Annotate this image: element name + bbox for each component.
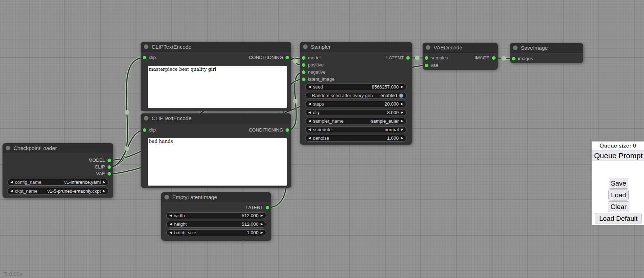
- widget-label: seed: [313, 84, 323, 90]
- output-label: MODEL: [89, 157, 105, 164]
- increment-arrow-icon[interactable]: ▶: [401, 109, 403, 116]
- increment-arrow-icon[interactable]: ▶: [401, 126, 403, 133]
- input-port-latent-image[interactable]: [302, 77, 305, 81]
- node-titlebar[interactable]: EmptyLatentImage: [161, 192, 271, 202]
- decrement-arrow-icon[interactable]: ◀: [308, 101, 311, 107]
- increment-arrow-icon[interactable]: ▶: [103, 179, 105, 186]
- increment-arrow-icon[interactable]: ▶: [103, 188, 105, 194]
- increment-arrow-icon[interactable]: ▶: [261, 221, 263, 228]
- collapse-dot-icon[interactable]: [144, 116, 148, 121]
- decrement-arrow-icon[interactable]: ◀: [308, 126, 311, 133]
- node-emptylatentimage[interactable]: EmptyLatentImage LATENT ◀ width 512.000 …: [161, 192, 271, 241]
- widget-random-seed-toggle[interactable]: Random seed after every gen enabled: [305, 92, 407, 99]
- output-port-clip[interactable]: [108, 165, 111, 169]
- increment-arrow-icon[interactable]: ▶: [401, 135, 403, 141]
- increment-arrow-icon[interactable]: ▶: [261, 212, 263, 219]
- clear-button[interactable]: Clear: [608, 201, 629, 212]
- widget-steps[interactable]: ◀ steps 20.000 ▶: [305, 101, 407, 107]
- widget-scheduler[interactable]: ◀ scheduler normal ▶: [305, 126, 407, 133]
- decrement-arrow-icon[interactable]: ◀: [10, 188, 13, 194]
- decrement-arrow-icon[interactable]: ◀: [169, 212, 172, 219]
- node-title: CLIPTextEncode: [152, 113, 192, 123]
- input-port-positive[interactable]: [302, 63, 305, 67]
- widget-label: height: [174, 221, 187, 227]
- widget-sampler-name[interactable]: ◀ sampler_name sample_euler ▶: [305, 118, 407, 124]
- prompt-textarea[interactable]: masterpiece best quality girl: [148, 66, 287, 108]
- decrement-arrow-icon[interactable]: ◀: [169, 229, 172, 236]
- output-slot-latent: LATENT: [161, 204, 271, 211]
- collapse-dot-icon[interactable]: [6, 146, 10, 150]
- output-slot-conditioning: CONDITIONING: [141, 127, 291, 134]
- save-button[interactable]: Save: [609, 178, 628, 189]
- widget-denoise[interactable]: ◀ denoise 1.000 ▶: [305, 135, 407, 141]
- increment-arrow-icon[interactable]: ▶: [401, 101, 403, 107]
- decrement-arrow-icon[interactable]: ◀: [308, 118, 311, 124]
- widget-batch-size[interactable]: ◀ batch_size 1.000 ▶: [166, 229, 266, 236]
- node-vaedecode[interactable]: VAEDecode samples vae IMAGE: [423, 43, 498, 70]
- load-default-button[interactable]: Load Default: [595, 213, 642, 224]
- widget-seed[interactable]: ◀ seed 8566257.000 ▶: [305, 84, 407, 90]
- queue-panel: Queue size: 0 Queue Prompt Save Load Cle…: [592, 141, 644, 225]
- render-time-label: T: 0.00s: [4, 271, 22, 277]
- output-label: CONDITIONING: [249, 54, 283, 61]
- output-port-latent[interactable]: [266, 206, 269, 209]
- node-graph-canvas[interactable]: CheckpointLoader MODEL CLIP VAE ◀ config…: [0, 0, 644, 278]
- output-port-image[interactable]: [492, 56, 496, 60]
- node-saveimage[interactable]: SaveImage images: [510, 43, 583, 63]
- node-sampler[interactable]: Sampler model positive negative latent_i…: [300, 42, 412, 145]
- widget-width[interactable]: ◀ width 512.000 ▶: [166, 212, 266, 219]
- output-port-latent[interactable]: [406, 56, 410, 60]
- increment-arrow-icon[interactable]: ▶: [261, 229, 263, 236]
- output-slot-image: IMAGE: [423, 54, 498, 62]
- input-port-vae[interactable]: [425, 64, 428, 67]
- input-port-images[interactable]: [512, 57, 515, 60]
- output-port-vae[interactable]: [108, 172, 111, 176]
- widget-cfg[interactable]: ◀ cfg 8.000 ▶: [305, 109, 407, 116]
- toggle-dot-icon[interactable]: [399, 93, 403, 98]
- collapse-dot-icon[interactable]: [426, 45, 430, 50]
- decrement-arrow-icon[interactable]: ◀: [308, 84, 311, 90]
- output-slot-conditioning: CONDITIONING: [141, 54, 291, 61]
- collapse-dot-icon[interactable]: [303, 44, 308, 49]
- collapse-dot-icon[interactable]: [164, 195, 169, 199]
- output-label: LATENT: [386, 54, 404, 62]
- node-title: SaveImage: [521, 43, 548, 53]
- output-port-model[interactable]: [108, 159, 111, 162]
- decrement-arrow-icon[interactable]: ◀: [308, 109, 311, 116]
- increment-arrow-icon[interactable]: ▶: [401, 84, 403, 90]
- decrement-arrow-icon[interactable]: ◀: [308, 135, 311, 141]
- queue-prompt-button[interactable]: Queue Prompt: [592, 150, 644, 161]
- collapse-dot-icon[interactable]: [144, 44, 148, 49]
- output-label: CLIP: [95, 164, 105, 171]
- widget-ckpt-name[interactable]: ◀ ckpt_name v1-5-pruned-emaonly.ckpt ▶: [7, 188, 109, 194]
- input-slot-negative: negative: [300, 69, 412, 76]
- output-slot-model: MODEL: [2, 157, 113, 164]
- output-port-conditioning[interactable]: [286, 56, 289, 59]
- decrement-arrow-icon[interactable]: ◀: [10, 179, 13, 186]
- widget-height[interactable]: ◀ height 512.000 ▶: [166, 221, 266, 228]
- output-slot-latent: LATENT: [300, 54, 412, 62]
- node-titlebar[interactable]: CLIPTextEncode: [141, 113, 291, 123]
- widget-value: enabled: [375, 93, 397, 98]
- node-titlebar[interactable]: SaveImage: [510, 43, 583, 53]
- decrement-arrow-icon[interactable]: ◀: [169, 221, 172, 228]
- node-titlebar[interactable]: CheckpointLoader: [2, 143, 113, 153]
- widget-config-name[interactable]: ◀ config_name v1-inference.yaml ▶: [7, 179, 109, 186]
- widget-value: 20.000: [326, 101, 399, 107]
- input-slot-images: images: [510, 55, 583, 62]
- output-port-conditioning[interactable]: [286, 128, 289, 132]
- queue-size-label: Queue size: 0: [592, 143, 644, 149]
- increment-arrow-icon[interactable]: ▶: [401, 118, 403, 124]
- node-cliptextencode-positive[interactable]: CLIPTextEncode clip CONDITIONING masterp…: [141, 42, 291, 111]
- load-button[interactable]: Load: [608, 189, 629, 201]
- input-label: vae: [431, 62, 438, 69]
- input-slot-vae: vae: [423, 62, 498, 69]
- collapse-dot-icon[interactable]: [513, 46, 518, 50]
- input-port-negative[interactable]: [302, 70, 305, 74]
- node-titlebar[interactable]: CLIPTextEncode: [141, 42, 291, 52]
- node-cliptextencode-negative[interactable]: CLIPTextEncode clip CONDITIONING bad han…: [141, 113, 291, 188]
- node-titlebar[interactable]: Sampler: [300, 42, 412, 52]
- node-titlebar[interactable]: VAEDecode: [423, 43, 498, 53]
- prompt-textarea[interactable]: bad hands: [148, 138, 287, 186]
- node-checkpointloader[interactable]: CheckpointLoader MODEL CLIP VAE ◀ config…: [2, 143, 113, 198]
